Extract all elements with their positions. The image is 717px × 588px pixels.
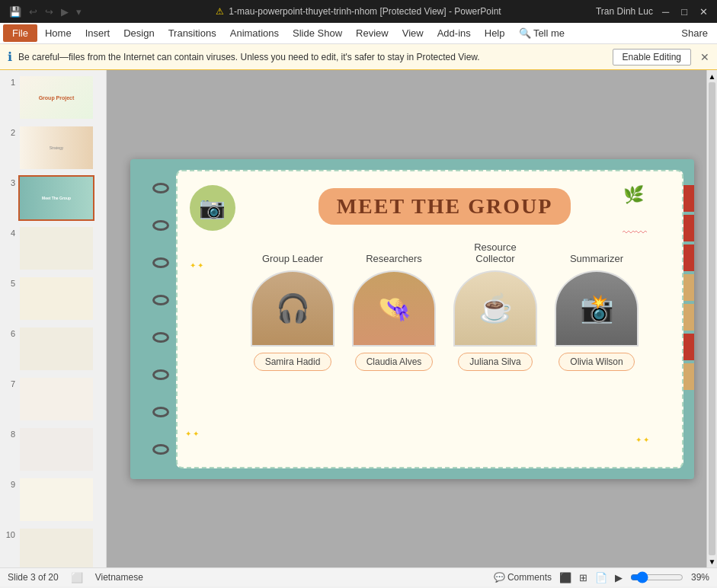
maximize-button[interactable]: □ xyxy=(678,5,690,19)
slide-view-icon[interactable]: ⬜ xyxy=(71,572,83,583)
ring-7 xyxy=(152,407,169,417)
ring-8 xyxy=(152,444,169,455)
slide-img-10[interactable] xyxy=(18,527,94,567)
reading-view-btn[interactable]: 📄 xyxy=(595,572,607,583)
member-role-1: Group Leader xyxy=(262,240,323,264)
slide-thumbnail-3[interactable]: 3 Meet The Group xyxy=(3,175,103,221)
title-text: 1-mau-powerpoint-thuyet-trinh-nhom [Prot… xyxy=(229,6,501,17)
slide-thumbnail-5[interactable]: 5 xyxy=(3,276,103,321)
meet-title-box: MEET THE GROUP xyxy=(318,188,571,225)
member-name-1: Samira Hadid xyxy=(254,353,332,371)
camera2-icon: 📸 xyxy=(580,292,614,324)
camera-icon: 📷 xyxy=(190,185,235,231)
hat-icon: 👒 xyxy=(377,292,411,324)
comments-button[interactable]: 💬 Comments xyxy=(494,572,552,583)
protected-bar-close[interactable]: ✕ xyxy=(700,51,709,63)
slide-num-2: 2 xyxy=(3,125,15,137)
slide-main: 📷 🌿 〰〰 ✦ ✦ ✦ ✦ ✦ ✦ MEET THE GROUP xyxy=(130,159,694,479)
member-name-3: Juliana Silva xyxy=(458,353,532,371)
slide-num-10: 10 xyxy=(3,527,15,539)
member-role-3: Resource Collector xyxy=(474,240,517,264)
protected-view-bar: ℹ Be careful—files from the Internet can… xyxy=(0,44,717,70)
slide-num-8: 8 xyxy=(3,427,15,439)
menu-file[interactable]: File xyxy=(3,24,37,42)
slide-info: Slide 3 of 20 xyxy=(8,572,59,583)
menu-review[interactable]: Review xyxy=(350,24,395,42)
enable-editing-button[interactable]: Enable Editing xyxy=(613,49,691,66)
menu-tellme[interactable]: 🔍 Tell me xyxy=(513,24,571,42)
member-role-4: Summarizer xyxy=(570,240,623,264)
star-deco-1: ✦ ✦ xyxy=(190,261,204,270)
scroll-thumb[interactable] xyxy=(709,82,715,555)
slide-thumbnail-9[interactable]: 9 xyxy=(3,477,103,522)
member-col-3: Resource Collector ☕ Juliana Silva xyxy=(449,240,543,452)
slide-thumbnail-6[interactable]: 6 xyxy=(3,326,103,372)
vertical-scrollbar[interactable]: ▲ ▼ xyxy=(706,70,717,567)
slide-img-8[interactable] xyxy=(18,427,94,472)
redo-button[interactable]: ↪ xyxy=(42,5,56,19)
window-title: ⚠ 1-mau-powerpoint-thuyet-trinh-nhom [Pr… xyxy=(216,6,501,17)
member-photo-3: ☕ xyxy=(453,270,537,347)
slide-img-2[interactable]: Strategy xyxy=(18,125,94,171)
slide-thumbnail-1[interactable]: 1 Group Project xyxy=(3,75,103,120)
menu-insert[interactable]: Insert xyxy=(79,24,117,42)
menu-transitions[interactable]: Transitions xyxy=(162,24,222,42)
member-name-4: Olivia Wilson xyxy=(559,353,634,371)
scroll-down[interactable]: ▼ xyxy=(707,555,717,567)
slide-panel: 1 Group Project 2 Strategy 3 Meet The Gr… xyxy=(0,70,107,567)
slide-img-5[interactable] xyxy=(18,276,94,321)
protected-info-icon: ℹ xyxy=(8,50,12,64)
slide-thumbnail-8[interactable]: 8 xyxy=(3,427,103,472)
slide-img-4[interactable] xyxy=(18,225,94,271)
scroll-up[interactable]: ▲ xyxy=(707,70,717,82)
main-area: 1 Group Project 2 Strategy 3 Meet The Gr… xyxy=(0,70,717,567)
menu-slideshow[interactable]: Slide Show xyxy=(286,24,348,42)
spiral-rings xyxy=(146,170,176,468)
slide-thumbnail-2[interactable]: 2 Strategy xyxy=(3,125,103,171)
language-label: Vietnamese xyxy=(95,572,143,583)
save-button[interactable]: 💾 xyxy=(6,5,24,19)
menu-design[interactable]: Design xyxy=(117,24,160,42)
member-role-2: Researchers xyxy=(366,240,422,264)
menu-help[interactable]: Help xyxy=(479,24,511,42)
slide-img-7[interactable] xyxy=(18,376,94,422)
slide-sorter-btn[interactable]: ⊞ xyxy=(579,572,587,583)
zoom-slider[interactable] xyxy=(630,571,683,583)
ring-4 xyxy=(152,295,169,305)
menu-animations[interactable]: Animations xyxy=(224,24,285,42)
slide-num-1: 1 xyxy=(3,75,15,87)
slide-num-5: 5 xyxy=(3,276,15,288)
warning-icon: ⚠ xyxy=(216,6,224,17)
headphones-icon: 🎧 xyxy=(276,292,310,324)
menu-home[interactable]: Home xyxy=(39,24,78,42)
slide-img-3[interactable]: Meet The Group xyxy=(18,175,94,221)
minimize-button[interactable]: ─ xyxy=(659,5,672,19)
slide-num-6: 6 xyxy=(3,326,15,338)
zoom-percent: 39% xyxy=(691,572,709,583)
slide-img-1[interactable]: Group Project xyxy=(18,75,94,120)
member-photo-2: 👒 xyxy=(352,270,436,347)
member-photo-1: 🎧 xyxy=(251,270,334,347)
undo-button[interactable]: ↩ xyxy=(26,5,40,19)
ring-5 xyxy=(152,332,169,343)
title-bar: 💾 ↩ ↪ ▶ ▾ ⚠ 1-mau-powerpoint-thuyet-trin… xyxy=(0,0,717,23)
slide-thumbnail-4[interactable]: 4 xyxy=(3,225,103,271)
menu-view[interactable]: View xyxy=(396,24,430,42)
protected-text: Be careful—files from the Internet can c… xyxy=(18,52,607,62)
slide-thumbnail-10[interactable]: 10 xyxy=(3,527,103,567)
slide-img-9[interactable] xyxy=(18,477,94,522)
ring-1 xyxy=(152,183,169,193)
slideshow-btn[interactable]: ▶ xyxy=(615,572,623,583)
customize-qat[interactable]: ▾ xyxy=(73,5,85,19)
slide-img-6[interactable] xyxy=(18,326,94,372)
present-button[interactable]: ▶ xyxy=(58,5,72,19)
normal-view-btn[interactable]: ⬛ xyxy=(559,572,571,583)
slide-thumbnail-7[interactable]: 7 xyxy=(3,376,103,422)
menu-share[interactable]: Share xyxy=(675,24,714,42)
slide-num-3: 3 xyxy=(3,175,15,187)
close-button[interactable]: ✕ xyxy=(696,5,711,19)
member-col-1: Group Leader 🎧 Samira Hadid xyxy=(246,240,340,452)
slide-viewer[interactable]: 📷 🌿 〰〰 ✦ ✦ ✦ ✦ ✦ ✦ MEET THE GROUP xyxy=(107,70,717,567)
menu-addins[interactable]: Add-ins xyxy=(431,24,477,42)
member-col-4: Summarizer 📸 Olivia Wilson xyxy=(550,240,644,452)
